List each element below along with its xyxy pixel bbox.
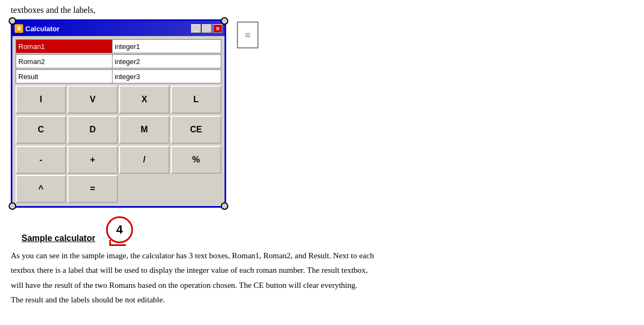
corner-bl	[9, 202, 16, 210]
app-icon: 🖩	[15, 24, 23, 33]
label-roman2: Roman2	[16, 54, 113, 68]
empty-cell-1	[119, 175, 170, 203]
maximize-button[interactable]: □	[202, 24, 212, 33]
input-roman1[interactable]: integer1	[113, 39, 221, 53]
button-V[interactable]: V	[67, 86, 118, 114]
desc-line-2: textbox there is a label that will be us…	[11, 264, 603, 277]
button-L[interactable]: L	[171, 86, 221, 114]
button-percent[interactable]: %	[171, 146, 221, 174]
textbox-row-roman2: Roman2 integer2	[16, 54, 221, 68]
desc-line-1: As you can see in the sample image, the …	[11, 250, 603, 262]
corner-tr	[221, 17, 228, 25]
input-roman2[interactable]: integer2	[113, 54, 221, 68]
empty-cell-2	[171, 175, 221, 203]
input-result: integer3	[113, 69, 221, 83]
button-C[interactable]: C	[16, 116, 66, 144]
number-circle: 4	[106, 216, 133, 243]
button-D[interactable]: D	[67, 116, 118, 144]
button-CE[interactable]: CE	[171, 116, 221, 144]
textbox-row-roman1: Roman1 integer1	[16, 39, 221, 53]
desc-line-3: will have the result of the two Romans b…	[11, 279, 603, 292]
bracket-icon	[237, 22, 258, 48]
window-title: Calculator	[25, 25, 60, 33]
button-grid-row4: ^ =	[16, 175, 221, 203]
description-area: As you can see in the sample image, the …	[11, 250, 603, 306]
title-buttons: _ □ ✕	[191, 24, 222, 33]
button-divide[interactable]: /	[119, 146, 170, 174]
button-minus[interactable]: -	[16, 146, 66, 174]
bracket-icon-area	[237, 22, 258, 48]
button-grid-row1: I V X L	[16, 86, 221, 114]
textbox-row-result: Result integer3	[16, 69, 221, 83]
calculator-window: 🖩 Calculator _ □ ✕ Roman1 integer1 Roman…	[11, 19, 226, 208]
caption-area: Sample calculator 4	[11, 216, 633, 243]
caption-text: Sample calculator	[22, 234, 95, 243]
top-text: textboxes and the labels,	[11, 5, 633, 15]
title-left: 🖩 Calculator	[15, 24, 60, 33]
label-roman1: Roman1	[16, 39, 113, 53]
titlebar: 🖩 Calculator _ □ ✕	[12, 21, 225, 36]
button-plus[interactable]: +	[67, 146, 118, 174]
button-grid-row3: - + / %	[16, 146, 221, 174]
button-equals[interactable]: =	[67, 175, 118, 203]
circle-number-label: 4	[116, 223, 123, 237]
desc-line-4: The result and the labels should be not …	[11, 294, 603, 306]
minimize-button[interactable]: _	[191, 24, 201, 33]
calculator-body: Roman1 integer1 Roman2 integer2 Result i…	[12, 36, 225, 206]
corner-tl	[9, 17, 16, 25]
close-button[interactable]: ✕	[213, 24, 222, 33]
button-I[interactable]: I	[16, 86, 66, 114]
button-grid-row2: C D M CE	[16, 116, 221, 144]
button-M[interactable]: M	[119, 116, 170, 144]
button-power[interactable]: ^	[16, 175, 66, 203]
corner-br	[221, 202, 228, 210]
label-result: Result	[16, 69, 113, 83]
button-X[interactable]: X	[119, 86, 170, 114]
